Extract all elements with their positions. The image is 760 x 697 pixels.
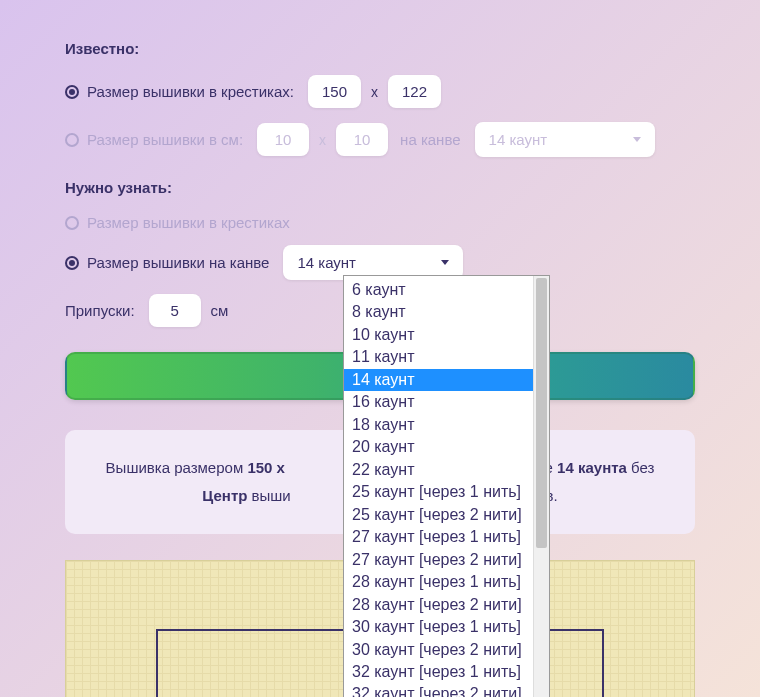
dropdown-item[interactable]: 32 каунт [через 1 нить] xyxy=(344,661,533,683)
radio-need-crosses[interactable] xyxy=(65,216,79,230)
known-crosses-width-input[interactable]: 150 xyxy=(308,75,361,108)
allowance-unit: см xyxy=(211,302,229,319)
radio-known-cm[interactable] xyxy=(65,133,79,147)
dropdown-item[interactable]: 25 каунт [через 1 нить] xyxy=(344,481,533,503)
allowance-label: Припуски: xyxy=(65,302,135,319)
need-header: Нужно узнать: xyxy=(65,179,695,196)
allowance-input[interactable]: 5 xyxy=(149,294,201,327)
chevron-down-icon xyxy=(441,260,449,265)
dropdown-item[interactable]: 30 каунт [через 1 нить] xyxy=(344,616,533,638)
need-crosses-label: Размер вышивки в крестиках xyxy=(87,214,290,231)
dropdown-item[interactable]: 6 каунт xyxy=(344,279,533,301)
dropdown-list: 6 каунт8 каунт10 каунт11 каунт14 каунт16… xyxy=(344,276,533,697)
dropdown-item[interactable]: 30 каунт [через 2 нити] xyxy=(344,639,533,661)
known-cm-height-input[interactable]: 10 xyxy=(336,123,388,156)
chevron-down-icon xyxy=(633,137,641,142)
dropdown-item[interactable]: 14 каунт xyxy=(344,369,533,391)
known-cm-canvas-label: на канве xyxy=(400,131,460,148)
dropdown-item[interactable]: 28 каунт [через 2 нити] xyxy=(344,594,533,616)
radio-need-canvas[interactable] xyxy=(65,256,79,270)
known-crosses-height-input[interactable]: 122 xyxy=(388,75,441,108)
dropdown-item[interactable]: 20 каунт xyxy=(344,436,533,458)
dropdown-item[interactable]: 27 каунт [через 1 нить] xyxy=(344,526,533,548)
result-text: Вышивка размером xyxy=(106,459,248,476)
result-text: выши xyxy=(252,487,291,504)
sep-x1: x xyxy=(371,84,378,100)
known-header: Известно: xyxy=(65,40,695,57)
dropdown-item[interactable]: 22 каунт xyxy=(344,459,533,481)
result-center-label: Центр xyxy=(202,487,251,504)
known-cm-label: Размер вышивки в см: xyxy=(87,131,243,148)
known-crosses-label: Размер вышивки в крестиках: xyxy=(87,83,294,100)
dropdown-item[interactable]: 32 каунт [через 2 нити] xyxy=(344,683,533,697)
need-canvas-value: 14 каунт xyxy=(297,254,356,271)
sep-x2: x xyxy=(319,132,326,148)
dropdown-item[interactable]: 10 каунт xyxy=(344,324,533,346)
dropdown-item[interactable]: 28 каунт [через 1 нить] xyxy=(344,571,533,593)
known-option-crosses[interactable]: Размер вышивки в крестиках: 150 x 122 xyxy=(65,75,695,108)
need-option-crosses[interactable]: Размер вышивки в крестиках xyxy=(65,214,695,231)
dropdown-item[interactable]: 16 каунт xyxy=(344,391,533,413)
result-size: 150 x xyxy=(247,459,285,476)
result-count: 14 каунта xyxy=(557,459,627,476)
need-canvas-label: Размер вышивки на канве xyxy=(87,254,269,271)
result-text: без xyxy=(627,459,654,476)
dropdown-item[interactable]: 27 каунт [через 2 нити] xyxy=(344,549,533,571)
dropdown-item[interactable]: 18 каунт xyxy=(344,414,533,436)
dropdown-item[interactable]: 25 каунт [через 2 нити] xyxy=(344,504,533,526)
known-cm-canvas-select[interactable]: 14 каунт xyxy=(475,122,655,157)
dropdown-item[interactable]: 8 каунт xyxy=(344,301,533,323)
scrollbar[interactable] xyxy=(533,276,549,697)
known-cm-width-input[interactable]: 10 xyxy=(257,123,309,156)
radio-known-crosses[interactable] xyxy=(65,85,79,99)
known-cm-canvas-value: 14 каунт xyxy=(489,131,548,148)
canvas-count-dropdown: 6 каунт8 каунт10 каунт11 каунт14 каунт16… xyxy=(343,275,550,697)
dropdown-item[interactable]: 11 каунт xyxy=(344,346,533,368)
known-option-cm[interactable]: Размер вышивки в см: 10 x 10 на канве 14… xyxy=(65,122,695,157)
